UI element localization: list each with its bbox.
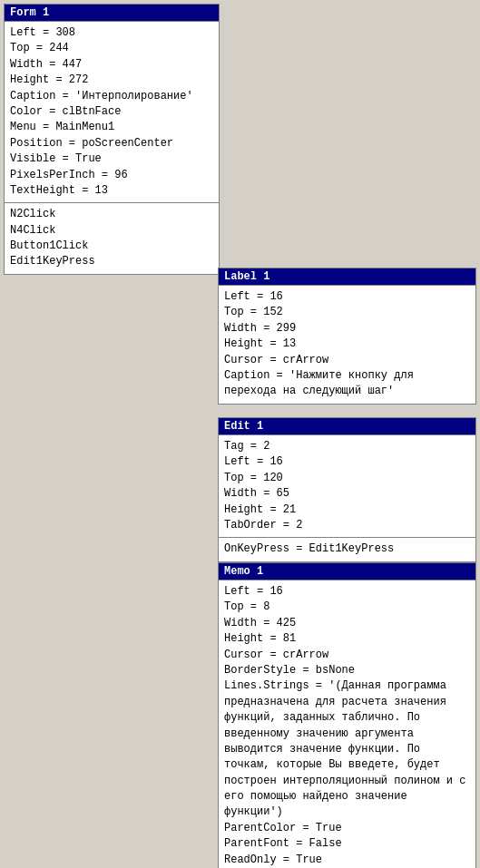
edit1-prop-height: Height = 21 (224, 502, 470, 518)
label1-properties: Left = 16 Top = 152 Width = 299 Height =… (219, 285, 475, 404)
label1-title: Label 1 (219, 268, 475, 285)
form1-prop-top: Top = 244 (10, 41, 213, 56)
memo1-prop-width: Width = 425 (224, 616, 470, 631)
edit1-panel: Edit 1 Tag = 2 Left = 16 Top = 120 Width… (218, 417, 476, 562)
form1-event-n2click: N2Click (10, 207, 213, 222)
form1-prop-visible: Visible = True (10, 151, 213, 167)
form1-prop-width: Width = 447 (10, 57, 213, 73)
form1-prop-ppi: PixelsPerInch = 96 (10, 168, 213, 183)
form1-event-n4click: N4Click (10, 223, 213, 239)
label1-prop-top: Top = 152 (224, 305, 470, 320)
form1-prop-left: Left = 308 (10, 25, 213, 41)
form1-prop-menu: Menu = MainMenu1 (10, 120, 213, 135)
edit1-event-onkeypress: OnKeyPress = Edit1KeyPress (224, 541, 470, 557)
form1-properties: Left = 308 Top = 244 Width = 447 Height … (5, 21, 219, 202)
label1-panel: Label 1 Left = 16 Top = 152 Width = 299 … (218, 268, 476, 405)
memo1-prop-parentcolor: ParentColor = True (224, 821, 470, 836)
form1-prop-textheight: TextHeight = 13 (10, 183, 213, 199)
form1-prop-color: Color = clBtnFace (10, 104, 213, 120)
edit1-prop-left: Left = 16 (224, 454, 470, 470)
edit1-events: OnKeyPress = Edit1KeyPress (219, 537, 475, 561)
edit1-prop-tag: Tag = 2 (224, 439, 470, 454)
memo1-title: Memo 1 (219, 563, 475, 580)
form1-event-edit1keypress: Edit1KeyPress (10, 254, 213, 269)
label1-prop-left: Left = 16 (224, 289, 470, 305)
memo1-prop-top: Top = 8 (224, 600, 470, 615)
edit1-prop-top: Top = 120 (224, 471, 470, 486)
memo1-prop-left: Left = 16 (224, 584, 470, 600)
form1-panel: Form 1 Left = 308 Top = 244 Width = 447 … (4, 4, 220, 275)
label1-prop-width: Width = 299 (224, 321, 470, 336)
label1-prop-height: Height = 13 (224, 336, 470, 352)
form1-prop-position: Position = poScreenCenter (10, 136, 213, 151)
edit1-properties: Tag = 2 Left = 16 Top = 120 Width = 65 H… (219, 434, 475, 537)
form1-prop-height: Height = 272 (10, 73, 213, 88)
memo1-prop-height: Height = 81 (224, 631, 470, 647)
form1-prop-caption: Caption = 'Интерполирование' (10, 89, 213, 104)
memo1-prop-borderstyle: BorderStyle = bsNone (224, 663, 470, 678)
form1-title: Form 1 (5, 5, 219, 21)
label1-prop-caption: Caption = 'Нажмите кнопку для перехода н… (224, 368, 470, 400)
form1-event-button1click: Button1Click (10, 239, 213, 254)
edit1-prop-taborder: TabOrder = 2 (224, 518, 470, 533)
label1-prop-cursor: Cursor = crArrow (224, 353, 470, 368)
edit1-prop-width: Width = 65 (224, 486, 470, 502)
memo1-prop-parentfont: ParentFont = False (224, 836, 470, 852)
memo1-properties: Left = 16 Top = 8 Width = 425 Height = 8… (219, 580, 475, 868)
memo1-prop-cursor: Cursor = crArrow (224, 648, 470, 663)
memo1-panel: Memo 1 Left = 16 Top = 8 Width = 425 Hei… (218, 562, 476, 868)
memo1-prop-lines: Lines.Strings = '(Данная программа предн… (224, 678, 470, 821)
edit1-title: Edit 1 (219, 418, 475, 434)
memo1-prop-readonly: ReadOnly = True (224, 853, 470, 868)
form1-events: N2Click N4Click Button1Click Edit1KeyPre… (5, 202, 219, 274)
